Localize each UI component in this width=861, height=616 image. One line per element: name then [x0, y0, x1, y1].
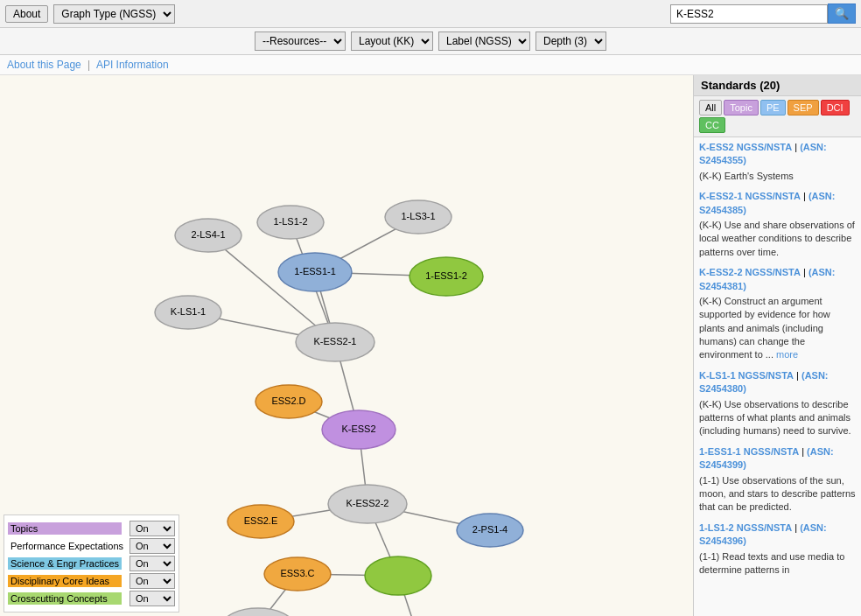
graph-node-K-ESS3-3[interactable]: K-ESS3-3 — [223, 608, 293, 616]
standard-item-K-ESS2-1: K-ESS2-1 NGSS/NSTA | (ASN: S2454385)(K-K… — [699, 190, 856, 259]
standard-desc: (K-K) Use observations to describe patte… — [699, 398, 856, 438]
standards-header: Standards (20) — [694, 75, 861, 96]
svg-point-13 — [223, 608, 293, 616]
graph-node-2-PS1-4[interactable]: 2-PS1-4 — [457, 514, 523, 547]
layout-select[interactable]: Layout (KK) — [351, 32, 433, 51]
filter-topic-button[interactable]: Topic — [724, 100, 759, 116]
graph-node-K-ESS2-2[interactable]: K-ESS2-2 — [328, 485, 407, 523]
resources-select[interactable]: --Resources-- — [255, 32, 346, 51]
graph-node-1-ESS1-2[interactable]: 1-ESS1-2 — [410, 257, 483, 296]
standard-desc: (K-K) Construct an argument supported by… — [699, 295, 856, 362]
toolbar-row2: --Resources-- Layout (KK) Label (NGSS) D… — [0, 28, 861, 55]
legend-topics-label: Topics — [8, 522, 122, 535]
graph-node-label-K-ESS2-2: K-ESS2-2 — [346, 498, 389, 508]
legend-pe-select[interactable]: OnOff — [130, 538, 175, 554]
graph-node-label-K-ESS2: K-ESS2 — [341, 424, 375, 434]
legend-cc-select-wrapper: OnOff — [130, 591, 175, 606]
graph-node-label-K-LS1-1: K-LS1-1 — [171, 306, 206, 317]
graph-node-label-K-ESS2-1: K-ESS2-1 — [314, 336, 357, 346]
legend-dci-row: Disciplinary Core Ideas OnOff — [8, 573, 175, 589]
graph-node-label-1-LS3-1: 1-LS3-1 — [401, 211, 435, 221]
toolbar-row1: About Graph Type (NGSS) 🔍 — [0, 0, 861, 28]
graph-node-ESS2.D[interactable]: ESS2.D — [256, 385, 322, 418]
filter-all-button[interactable]: All — [699, 100, 722, 116]
standard-item-1-ESS1-1: 1-ESS1-1 NGSS/NSTA | (ASN: S2454399)(1-1… — [699, 445, 856, 514]
legend-sep-label: Science & Engr Practices — [8, 557, 122, 570]
graph-node-K-LS1-1[interactable]: K-LS1-1 — [155, 296, 221, 329]
standard-item-1-LS1-2: 1-LS1-2 NGSS/NSTA | (ASN: S2454396)(1-1)… — [699, 522, 856, 578]
graph-node-2-LS4-1[interactable]: 2-LS4-1 — [175, 219, 242, 252]
graph-node-label-ESS2.E: ESS2.E — [244, 515, 278, 526]
standard-desc: (1-1) Read texts and use media to determ… — [699, 550, 856, 578]
legend-sep-row: Science & Engr Practices OnOff — [8, 556, 175, 571]
graph-node-label-ESS2.D: ESS2.D — [271, 396, 305, 406]
graph-node-1-ESS1-1[interactable]: 1-ESS1-1 — [278, 253, 352, 291]
label-select[interactable]: Label (NGSS) — [438, 32, 530, 51]
standard-item-K-ESS2: K-ESS2 NGSS/NSTA | (ASN: S2454355)(K-K) … — [699, 141, 856, 183]
graph-node-ESS3.C[interactable]: ESS3.C — [264, 557, 331, 591]
standard-desc: (K-K) Use and share observations of loca… — [699, 219, 856, 259]
standard-link[interactable]: K-LS1-1 NGSS/NSTA — [699, 370, 794, 381]
standards-list[interactable]: K-ESS2 NGSS/NSTA | (ASN: S2454355)(K-K) … — [694, 137, 861, 616]
graph-node-K-ESS2-1[interactable]: K-ESS2-1 — [296, 323, 374, 361]
standard-link[interactable]: 1-LS1-2 NGSS/NSTA — [699, 522, 792, 533]
legend-pe-label: Performance Expectations — [8, 540, 126, 552]
legend-pe-row: Performance Expectations OnOff — [8, 538, 175, 554]
standards-filter: All Topic PE SEP DCI CC — [694, 96, 861, 137]
about-button[interactable]: About — [5, 5, 48, 23]
search-wrapper: 🔍 — [670, 4, 856, 24]
graph-node-label-1-ESS1-1: 1-ESS1-1 — [294, 266, 336, 276]
standard-link[interactable]: K-ESS2 NGSS/NSTA — [699, 142, 792, 152]
standard-item-K-ESS2-2: K-ESS2-2 NGSS/NSTA | (ASN: S2454381)(K-K… — [699, 266, 856, 362]
legend-dci-label: Disciplinary Core Ideas — [8, 575, 122, 587]
graph-node-1-LS1-2[interactable]: 1-LS1-2 — [257, 206, 324, 239]
standard-item-K-LS1-1: K-LS1-1 NGSS/NSTA | (ASN: S2454380)(K-K)… — [699, 369, 856, 438]
breadcrumb-separator: | — [88, 59, 90, 71]
legend-topics-select-wrapper: OnOff — [130, 521, 175, 536]
standard-desc: (1-1) Use observations of the sun, moon,… — [699, 474, 856, 514]
legend-topics-row: Topics OnOff — [8, 521, 175, 536]
standard-link[interactable]: K-ESS2-1 NGSS/NSTA — [699, 191, 801, 201]
search-input[interactable] — [670, 4, 828, 24]
graph-node-label-2-PS1-4: 2-PS1-4 — [472, 524, 508, 535]
graph-node-1-LS3-1[interactable]: 1-LS3-1 — [385, 200, 452, 234]
standard-more-link[interactable]: more — [776, 349, 798, 360]
legend-dci-select-wrapper: OnOff — [130, 573, 175, 589]
filter-sep-button[interactable]: SEP — [788, 100, 819, 116]
legend-cc-label: Crosscutting Concepts — [8, 592, 122, 605]
filter-dci-button[interactable]: DCI — [821, 100, 850, 116]
breadcrumb: About this Page | API Information — [0, 55, 861, 75]
legend-sep-select[interactable]: OnOff — [130, 556, 175, 571]
legend-dci-select[interactable]: OnOff — [130, 573, 175, 589]
filter-pe-button[interactable]: PE — [760, 100, 786, 116]
legend-topics-select[interactable]: OnOff — [130, 521, 175, 536]
legend-cc-row: Crosscutting Concepts OnOff — [8, 591, 175, 606]
graph-node-label-ESS3.C: ESS3.C — [280, 568, 314, 578]
legend-pe-select-wrapper: OnOff — [130, 538, 175, 554]
about-page-link[interactable]: About this Page — [7, 59, 81, 71]
graph-node-K-ESS2[interactable]: K-ESS2 — [322, 410, 396, 449]
standard-desc: (K-K) Earth's Systems — [699, 170, 856, 183]
graph-node-unlabeled-green[interactable] — [365, 556, 431, 595]
graph-node-ESS2.E[interactable]: ESS2.E — [228, 505, 294, 538]
depth-select[interactable]: Depth (3) — [536, 32, 606, 51]
graph-area[interactable]: K-ESS2K-ESS2-1K-ESS2-21-ESS1-11-ESS1-21-… — [0, 75, 693, 616]
graph-type-select[interactable]: Graph Type (NGSS) — [53, 4, 175, 24]
standards-panel: Standards (20) All Topic PE SEP DCI CC K… — [693, 75, 861, 616]
standard-link[interactable]: K-ESS2-2 NGSS/NSTA — [699, 267, 801, 277]
standard-link[interactable]: 1-ESS1-1 NGSS/NSTA — [699, 446, 799, 457]
filter-cc-button[interactable]: CC — [699, 117, 725, 133]
graph-node-label-2-LS4-1: 2-LS4-1 — [191, 229, 225, 240]
search-button[interactable]: 🔍 — [828, 4, 856, 24]
legend-cc-select[interactable]: OnOff — [130, 591, 175, 606]
api-info-link[interactable]: API Information — [96, 59, 169, 71]
main-layout: K-ESS2K-ESS2-1K-ESS2-21-ESS1-11-ESS1-21-… — [0, 75, 861, 616]
legend-sep-select-wrapper: OnOff — [130, 556, 175, 571]
svg-point-15 — [365, 556, 431, 595]
graph-node-label-1-LS1-2: 1-LS1-2 — [273, 216, 307, 227]
legend-panel: Topics OnOff Performance Expectations On… — [4, 514, 179, 612]
graph-node-label-1-ESS1-2: 1-ESS1-2 — [425, 270, 467, 281]
